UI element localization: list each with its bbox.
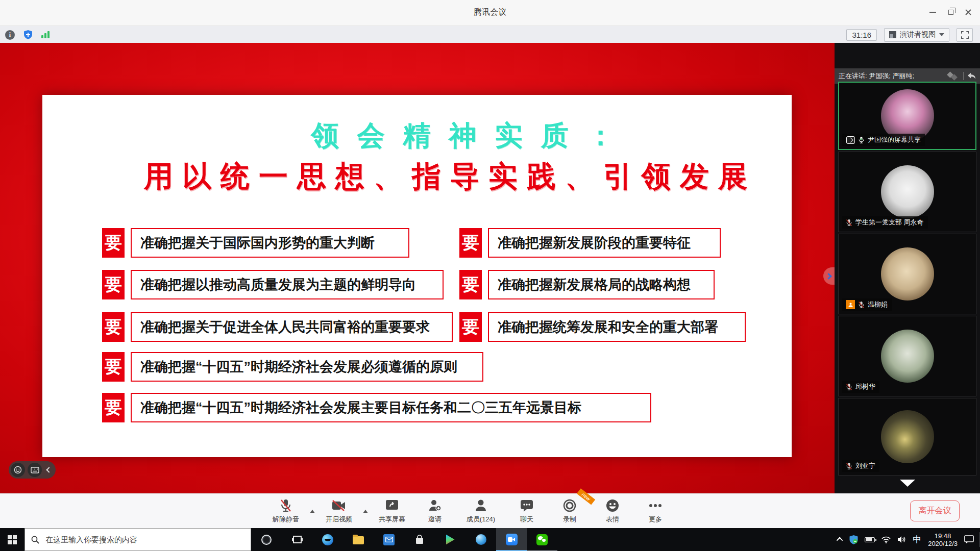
more-button[interactable]: 更多 (634, 495, 677, 527)
wifi-icon[interactable] (881, 536, 891, 543)
participant-tile[interactable]: 邱树华 (838, 316, 976, 396)
record-icon (563, 499, 576, 512)
participant-label: 温柳娟 (842, 298, 892, 311)
reactions-button[interactable]: 表情 (591, 495, 634, 527)
chevron-up-icon (363, 510, 368, 513)
slide-title-line2: 用以统一思想、指导实践、引领发展 (42, 157, 792, 196)
taskbar-video-app-icon[interactable] (435, 528, 465, 551)
battery-icon[interactable] (865, 537, 875, 542)
taskbar-edge-icon[interactable] (312, 528, 343, 551)
meeting-info-icon[interactable]: i (5, 30, 15, 40)
invite-icon (428, 499, 442, 512)
mic-muted-icon (280, 499, 292, 512)
chevron-right-icon (825, 273, 832, 280)
taskbar-search[interactable] (24, 528, 251, 551)
taskbar-cortana-icon[interactable] (251, 528, 282, 551)
camera-off-icon (332, 500, 346, 511)
action-center-icon[interactable] (964, 535, 974, 544)
meeting-timer: 31:16 (846, 29, 877, 41)
layout-view-icon (889, 31, 896, 38)
taskbar-date: 2020/12/3 (928, 540, 958, 547)
taskbar-browser-icon[interactable] (465, 528, 496, 551)
bullet-text: 准确把握“十四五”时期经济社会发展必须遵循的原则 (131, 352, 483, 382)
restore-button[interactable] (943, 5, 959, 19)
bullet-marker: 要 (102, 393, 125, 422)
speaker-icon[interactable] (897, 536, 906, 543)
participant-label: 邱树华 (842, 381, 879, 393)
tencent-meeting-window: 腾讯会议 i 31:16 演讲者视图 领会精神实质： 用以统一思想、指导实践、 (0, 0, 980, 551)
participant-tile[interactable]: 尹国强的屏幕共享 (838, 82, 976, 150)
video-options-caret[interactable] (360, 495, 371, 527)
network-signal-icon[interactable] (41, 31, 50, 38)
captions-button[interactable] (28, 463, 42, 477)
collapse-pill-button[interactable] (44, 463, 54, 477)
share-screen-button[interactable]: 共享屏幕 (371, 495, 413, 527)
record-button[interactable]: new 录制 (548, 495, 591, 527)
hidden-icons-chevron-icon[interactable] (837, 537, 843, 544)
system-tray: 中 19:48 2020/12/3 (838, 528, 974, 551)
chat-button[interactable]: 聊天 (505, 495, 548, 527)
participant-video (881, 247, 934, 300)
taskbar-wechat-icon[interactable] (527, 528, 557, 551)
participant-name: 学生第一党支部 周永奇 (855, 218, 924, 227)
participant-label: 尹国强的屏幕共享 (842, 134, 925, 146)
presentation-slide: 领会精神实质： 用以统一思想、指导实践、引领发展 要 准确把握关于国际国内形势的… (42, 95, 792, 457)
close-button[interactable] (961, 5, 976, 19)
store-bag-icon (414, 535, 425, 545)
mic-muted-icon (846, 462, 852, 470)
start-video-button[interactable]: 开启视频 (317, 495, 360, 527)
leave-meeting-button[interactable]: 离开会议 (910, 500, 960, 521)
ime-indicator[interactable]: 中 (913, 534, 921, 545)
mic-on-icon (858, 136, 865, 144)
antivirus-shield-icon[interactable] (849, 535, 858, 544)
audio-options-caret[interactable] (307, 495, 317, 527)
unmute-button[interactable]: 解除静音 (264, 495, 307, 527)
shared-screen-region: 领会精神实质： 用以统一思想、指导实践、引领发展 要 准确把握关于国际国内形势的… (0, 43, 835, 493)
participant-name: 刘亚宁 (855, 461, 875, 470)
taskbar-clock[interactable]: 19:48 2020/12/3 (928, 532, 958, 547)
minimize-button[interactable] (925, 5, 940, 19)
participant-name: 邱树华 (855, 382, 875, 391)
participant-label: 学生第一党支部 周永奇 (842, 216, 928, 229)
emoji-icon (606, 499, 619, 512)
windows-logo-icon (8, 535, 17, 544)
reply-arrow-icon[interactable] (967, 72, 976, 80)
members-button[interactable]: 成员(124) (456, 495, 505, 527)
chevron-left-icon (46, 467, 52, 472)
bullet-marker: 要 (459, 228, 482, 258)
participant-tile[interactable]: 刘亚宁 (838, 398, 976, 475)
slide-bullet-row: 要 准确把握关于国际国内形势的重大判断 (102, 228, 409, 258)
taskbar-taskview-icon[interactable] (282, 528, 312, 551)
emoji-reaction-button[interactable] (11, 463, 25, 477)
slide-bullet-row: 要 准确把握新发展格局的战略构想 (459, 270, 715, 299)
view-mode-selector[interactable]: 演讲者视图 (884, 28, 949, 42)
fullscreen-button[interactable] (957, 28, 973, 42)
shield-plus-icon[interactable] (23, 30, 33, 40)
search-input[interactable] (44, 535, 244, 544)
meeting-topbar: i 31:16 演讲者视图 (0, 26, 980, 43)
taskbar-tencent-meeting-icon[interactable] (496, 528, 527, 551)
bullet-text: 准确把握关于国际国内形势的重大判断 (131, 228, 409, 258)
meeting-control-bar: 解除静音 开启视频 共享屏幕 邀请 成员(124) (0, 493, 980, 528)
slide-bullet-row: 要 准确把握以推动高质量发展为主题的鲜明导向 (102, 270, 444, 299)
taskbar-mail-icon[interactable] (374, 528, 404, 551)
participant-tile[interactable]: 温柳娟 (838, 234, 976, 314)
slide-title-line1: 领会精神实质： (42, 117, 792, 155)
sidebar-toggle-tab[interactable] (823, 267, 835, 285)
invite-button[interactable]: 邀请 (413, 495, 456, 527)
participant-video (881, 410, 934, 463)
taskbar-explorer-icon[interactable] (343, 528, 374, 551)
watermark-logo-icon (947, 72, 960, 80)
bullet-text: 准确把握新发展阶段的重要特征 (488, 228, 721, 258)
participant-tile[interactable]: 学生第一党支部 周永奇 (838, 152, 976, 232)
participants-sidebar: 正在讲话: 尹国强; 严丽纯; 尹国强的屏幕共享 学生第一党支部 周永奇 (835, 43, 980, 493)
bullet-text: 准确把握“十四五”时期经济社会发展主要目标任务和二〇三五年远景目标 (131, 393, 651, 422)
participant-video (881, 330, 934, 383)
chevron-down-icon (939, 33, 944, 36)
window-title: 腾讯会议 (0, 7, 980, 18)
view-mode-label: 演讲者视图 (900, 30, 936, 39)
taskbar-store-icon[interactable] (404, 528, 435, 551)
bullet-text: 准确把握新发展格局的战略构想 (488, 270, 715, 299)
scroll-down-arrow[interactable] (900, 480, 915, 487)
start-button[interactable] (0, 528, 24, 551)
